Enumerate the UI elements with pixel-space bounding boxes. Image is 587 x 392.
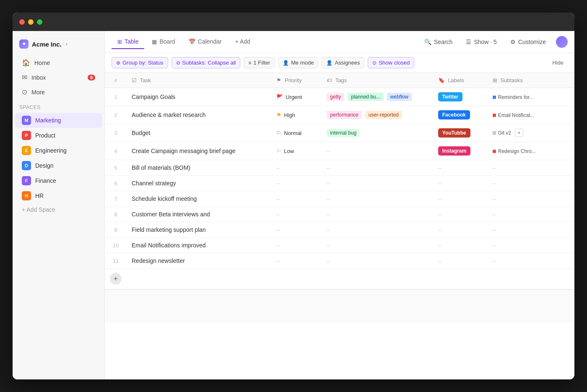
label-cell[interactable]: –	[433, 191, 488, 207]
col-header-task[interactable]: ☑ Task	[127, 73, 271, 88]
subtasks-chip[interactable]: ⊘ Subtasks: Collapse all	[171, 57, 241, 68]
priority-cell[interactable]: –	[271, 207, 322, 222]
label-badge: YouTubbe	[438, 128, 470, 138]
tab-table[interactable]: ⊞ Table	[112, 35, 144, 49]
tags-cell[interactable]: performance user-reported	[322, 106, 433, 124]
sidebar-item-more[interactable]: ⊙ More	[15, 85, 102, 99]
priority-cell[interactable]: –	[271, 191, 322, 207]
sidebar-item-home[interactable]: 🏠 Home	[15, 55, 102, 70]
task-cell[interactable]: Redesign newsletter	[127, 253, 271, 269]
group-by-chip[interactable]: ⊛ Group by: Status	[112, 57, 168, 68]
label-cell[interactable]: –	[433, 176, 488, 191]
tags-cell[interactable]: –	[322, 253, 433, 269]
sidebar-item-product[interactable]: P Product	[15, 128, 102, 143]
subtask-cell[interactable]: Reminders for...	[488, 88, 574, 106]
priority-cell[interactable]: –	[271, 238, 322, 253]
subtask-cell[interactable]: –	[488, 222, 574, 238]
close-button[interactable]	[19, 19, 25, 25]
task-cell[interactable]: Channel strategy	[127, 176, 271, 191]
subtask-cell[interactable]: –	[488, 238, 574, 253]
priority-cell[interactable]: ⚑ High	[271, 106, 322, 124]
col-header-subtasks[interactable]: ⊞ Subtasks	[488, 73, 574, 88]
priority-cell[interactable]: –	[271, 222, 322, 238]
workspace-logo[interactable]: ✦ Acme Inc. ›	[13, 36, 104, 55]
col-header-tags[interactable]: 🏷 Tags	[322, 73, 433, 88]
subtask-cell[interactable]: –	[488, 176, 574, 191]
tag-item[interactable]: webflow	[387, 93, 412, 101]
tags-cell[interactable]: –	[322, 176, 433, 191]
tag-item[interactable]: user-reported	[365, 111, 402, 119]
label-cell[interactable]: Facebook	[433, 106, 488, 124]
task-cell[interactable]: Customer Beta interviews and	[127, 207, 271, 222]
tags-cell[interactable]: –	[322, 142, 433, 160]
label-cell[interactable]: Instagram	[433, 142, 488, 160]
subtask-cell[interactable]: Email Notificat...	[488, 106, 574, 124]
task-cell[interactable]: Create Campaign messaging brief page	[127, 142, 271, 160]
search-button[interactable]: 🔍 Search	[421, 36, 456, 48]
tag-item[interactable]: getty	[327, 93, 344, 101]
tab-add[interactable]: + Add	[229, 35, 256, 49]
tags-cell[interactable]: internal bug	[322, 124, 433, 142]
col-header-labels[interactable]: 🔖 Labels	[433, 73, 488, 88]
minimize-button[interactable]	[28, 19, 34, 25]
label-cell[interactable]: Twitter	[433, 88, 488, 106]
customize-button[interactable]: ⚙ Customize	[507, 36, 549, 48]
tab-calendar[interactable]: 📅 Calendar	[183, 35, 228, 49]
tags-cell[interactable]: –	[322, 160, 433, 176]
add-row-button[interactable]: +	[110, 273, 122, 285]
subtask-cell[interactable]: –	[488, 207, 574, 222]
tag-item[interactable]: planned bu...	[348, 93, 383, 101]
sidebar-item-design[interactable]: D Design	[15, 158, 102, 173]
sidebar-item-marketing[interactable]: M Marketing	[15, 113, 102, 128]
priority-cell[interactable]: ⚐ Low	[271, 142, 322, 160]
subtask-cell[interactable]: Redesign Chro...	[488, 142, 574, 160]
show-closed-chip[interactable]: ⊙ Show closed	[368, 57, 414, 68]
task-cell[interactable]: Schedule kickoff meeting	[127, 191, 271, 207]
tags-cell[interactable]: –	[322, 238, 433, 253]
col-header-priority[interactable]: ⚑ Priority	[271, 73, 322, 88]
tags-cell[interactable]: –	[322, 222, 433, 238]
task-cell[interactable]: Budget	[127, 124, 271, 142]
task-cell[interactable]: Field marketing support plan	[127, 222, 271, 238]
hide-button[interactable]: Hide	[548, 57, 568, 68]
priority-cell[interactable]: –	[271, 176, 322, 191]
task-cell[interactable]: Audience & market research	[127, 106, 271, 124]
show-button[interactable]: ☰ Show · 5	[462, 36, 500, 48]
sidebar-item-engineering[interactable]: E Engineering	[15, 143, 102, 158]
task-cell[interactable]: Bill of materials (BOM)	[127, 160, 271, 176]
add-space-button[interactable]: + Add Space	[15, 203, 102, 216]
priority-cell[interactable]: –	[271, 160, 322, 176]
priority-cell[interactable]: ⚐ Normal	[271, 124, 322, 142]
titlebar	[13, 13, 574, 31]
tag-item[interactable]: internal bug	[327, 129, 360, 137]
assignees-chip[interactable]: 👤 Assignees	[322, 57, 364, 68]
me-mode-chip[interactable]: 👤 Me mode	[278, 57, 318, 68]
tags-cell[interactable]: –	[322, 191, 433, 207]
subtask-add-button[interactable]: +	[515, 129, 523, 137]
label-cell[interactable]: –	[433, 160, 488, 176]
priority-cell[interactable]: 🚩 Urgent	[271, 88, 322, 106]
tags-cell[interactable]: –	[322, 207, 433, 222]
tab-board[interactable]: ▦ Board	[146, 35, 181, 49]
label-cell[interactable]: –	[433, 238, 488, 253]
subtask-cell[interactable]: –	[488, 191, 574, 207]
filter-chip[interactable]: ≡ 1 Filter	[244, 57, 275, 68]
subtask-cell[interactable]: –	[488, 253, 574, 269]
label-cell[interactable]: –	[433, 222, 488, 238]
label-cell[interactable]: –	[433, 253, 488, 269]
task-cell[interactable]: Campaign Goals	[127, 88, 271, 106]
user-avatar[interactable]	[556, 36, 568, 48]
tags-cell[interactable]: getty planned bu... webflow	[322, 88, 433, 106]
priority-cell[interactable]: –	[271, 253, 322, 269]
task-cell[interactable]: Email Notifications improved	[127, 238, 271, 253]
label-cell[interactable]: –	[433, 207, 488, 222]
tag-item[interactable]: performance	[327, 111, 361, 119]
sidebar-item-inbox[interactable]: ✉ Inbox 9	[15, 70, 102, 85]
subtask-cell[interactable]: Git v2 +	[488, 124, 574, 142]
subtask-cell[interactable]: –	[488, 160, 574, 176]
add-row-spacer	[127, 269, 574, 289]
maximize-button[interactable]	[37, 19, 42, 25]
sidebar-item-finance[interactable]: F Finance	[15, 173, 102, 188]
label-cell[interactable]: YouTubbe	[433, 124, 488, 142]
sidebar-item-hr[interactable]: H HR	[15, 188, 102, 203]
